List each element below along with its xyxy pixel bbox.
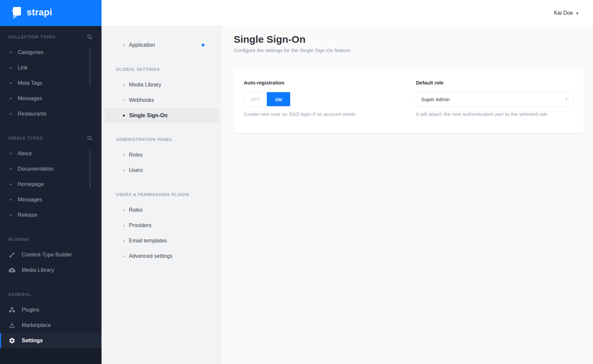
- settings-section-users-permissions: USERS & PERMISSIONS PLUGIN: [102, 187, 222, 202]
- sidebar-item-label: Plugins: [22, 307, 39, 313]
- sidebar-item-content-type-builder[interactable]: Content-Type Builder: [0, 247, 102, 262]
- content-row: Application GLOBAL SETTINGS Media Librar…: [102, 26, 593, 364]
- paintbrush-icon: [9, 251, 15, 258]
- sidebar-item-label: Link: [18, 65, 27, 71]
- sidebar-item-link[interactable]: Link: [0, 60, 102, 75]
- sidebar-item-marketplace[interactable]: Marketplace: [0, 318, 102, 333]
- brand-name: strapi: [27, 8, 52, 18]
- bullet-icon: [123, 240, 125, 242]
- default-role-label: Default role: [416, 79, 574, 86]
- section-header-plugins: PLUGINS: [0, 232, 102, 247]
- settings-nav-item-application[interactable]: Application: [102, 37, 222, 53]
- sidebar-item-label: Homepage: [18, 181, 44, 187]
- default-role-value: Super Admin: [421, 97, 450, 102]
- settings-section-global: GLOBAL SETTINGS: [102, 62, 222, 77]
- search-icon[interactable]: [87, 34, 93, 40]
- bullet-icon: [123, 154, 125, 156]
- sidebar-item-restaurants[interactable]: Restaurants: [0, 106, 102, 122]
- sidebar-item-messages-single[interactable]: Messages: [0, 192, 102, 207]
- settings-section-label: ADMINISTRATION PANEL: [116, 137, 173, 142]
- nav-section-collection-types: COLLECTION TYPES Categories Link Meta Ta…: [0, 29, 102, 122]
- bullet-icon: [123, 84, 125, 86]
- section-header-label: SINGLE TYPES: [8, 136, 43, 141]
- settings-nav-item-email-templates[interactable]: Email templates: [102, 233, 222, 248]
- plugin-cubes-icon: [9, 307, 15, 313]
- sidebar-item-homepage[interactable]: Homepage: [0, 177, 102, 192]
- main-sidebar: strapi COLLECTION TYPES Categories Link …: [0, 0, 102, 364]
- toggle-on-button[interactable]: ON: [267, 92, 290, 107]
- bullet-icon: [10, 153, 12, 155]
- scrollbar-thumb[interactable]: [89, 48, 90, 86]
- auto-registration-field: Auto-registration OFF ON Create new user…: [244, 79, 401, 133]
- sidebar-item-label: Media Library: [22, 267, 54, 273]
- auto-registration-toggle[interactable]: OFF ON: [244, 92, 290, 107]
- settings-nav-item-webhooks[interactable]: Webhooks: [102, 93, 222, 108]
- sidebar-item-label: Marketplace: [22, 322, 51, 328]
- sidebar-item-settings[interactable]: Settings: [0, 333, 102, 348]
- bullet-icon: [10, 82, 12, 84]
- sidebar-item-about[interactable]: About: [0, 146, 102, 161]
- sidebar-item-release[interactable]: Release: [0, 207, 102, 223]
- nav-section-plugins: PLUGINS Content-Type Builder Media Libra…: [0, 232, 102, 278]
- sidebar-item-plugins[interactable]: Plugins: [0, 302, 102, 318]
- settings-nav-label: Single Sign-On: [129, 113, 168, 119]
- bullet-icon: [10, 183, 12, 185]
- settings-nav-label: Roles: [129, 207, 143, 213]
- sidebar-item-media-library[interactable]: Media Library: [0, 262, 102, 278]
- sidebar-footer: [0, 348, 102, 364]
- section-header-collection-types: COLLECTION TYPES: [0, 29, 102, 45]
- sidebar-item-label: Messages: [18, 197, 42, 203]
- bullet-icon: [10, 214, 12, 216]
- sidebar-item-label: About: [18, 151, 32, 157]
- settings-nav-label: Application: [129, 42, 155, 48]
- bullet-icon: [10, 199, 12, 201]
- bullet-icon: [123, 44, 125, 46]
- section-header-single-types: SINGLE TYPES: [0, 131, 102, 146]
- search-icon[interactable]: [87, 135, 93, 141]
- caret-down-icon: ▾: [565, 98, 567, 101]
- sidebar-item-label: Messages: [18, 96, 42, 102]
- page-subtitle: Configure the settings for the Single Si…: [234, 47, 584, 54]
- bullet-icon: [123, 209, 125, 211]
- sidebar-item-meta-tags[interactable]: Meta Tags: [0, 75, 102, 91]
- settings-section-label: GLOBAL SETTINGS: [116, 67, 160, 72]
- page-title: Single Sign-On: [234, 33, 584, 45]
- notification-dot: [202, 44, 204, 46]
- sidebar-item-categories[interactable]: Categories: [0, 45, 102, 60]
- section-header-label: COLLECTION TYPES: [8, 35, 56, 39]
- cloud-upload-icon: [9, 267, 15, 274]
- main-nav: COLLECTION TYPES Categories Link Meta Ta…: [0, 26, 102, 348]
- sidebar-item-documentation[interactable]: Documentation: [0, 161, 102, 177]
- scrollbar-thumb[interactable]: [89, 150, 90, 188]
- user-menu[interactable]: Kai Doe ▾: [554, 10, 578, 16]
- toggle-off-button[interactable]: OFF: [244, 92, 267, 106]
- settings-nav-label: Webhooks: [129, 97, 154, 103]
- bullet-icon: [10, 67, 12, 69]
- default-role-select[interactable]: Super Admin ▾: [416, 92, 574, 107]
- settings-nav-label: Advanced settings: [129, 253, 173, 259]
- settings-nav-item-roles-admin[interactable]: Roles: [102, 147, 222, 163]
- user-name: Kai Doe: [554, 10, 573, 16]
- settings-nav-item-providers[interactable]: Providers: [102, 218, 222, 233]
- settings-section-admin-panel: ADMINISTRATION PANEL: [102, 132, 222, 147]
- settings-section-label: USERS & PERMISSIONS PLUGIN: [116, 192, 189, 197]
- settings-nav-item-advanced-settings[interactable]: Advanced settings: [102, 248, 222, 264]
- main-pane: Single Sign-On Configure the settings fo…: [222, 26, 593, 364]
- strapi-logo[interactable]: strapi: [0, 0, 102, 26]
- section-header-general: GENERAL: [0, 287, 102, 302]
- settings-nav: Application GLOBAL SETTINGS Media Librar…: [102, 26, 222, 364]
- settings-nav-label: Media Library: [129, 82, 161, 88]
- sso-settings-card: Auto-registration OFF ON Create new user…: [234, 69, 584, 133]
- settings-nav-item-roles-up[interactable]: Roles: [102, 202, 222, 218]
- topbar: Kai Doe ▾: [102, 0, 593, 26]
- sidebar-item-label: Release: [18, 212, 37, 218]
- sidebar-item-messages[interactable]: Messages: [0, 91, 102, 106]
- settings-nav-item-users[interactable]: Users: [102, 163, 222, 178]
- sidebar-item-label: Settings: [22, 338, 43, 344]
- bullet-icon: [123, 170, 125, 171]
- bullet-icon: [123, 255, 125, 257]
- auto-registration-label: Auto-registration: [244, 79, 401, 86]
- download-icon: [9, 322, 15, 329]
- settings-nav-item-single-sign-on[interactable]: Single Sign-On: [105, 108, 218, 123]
- settings-nav-item-media-library[interactable]: Media Library: [102, 77, 222, 93]
